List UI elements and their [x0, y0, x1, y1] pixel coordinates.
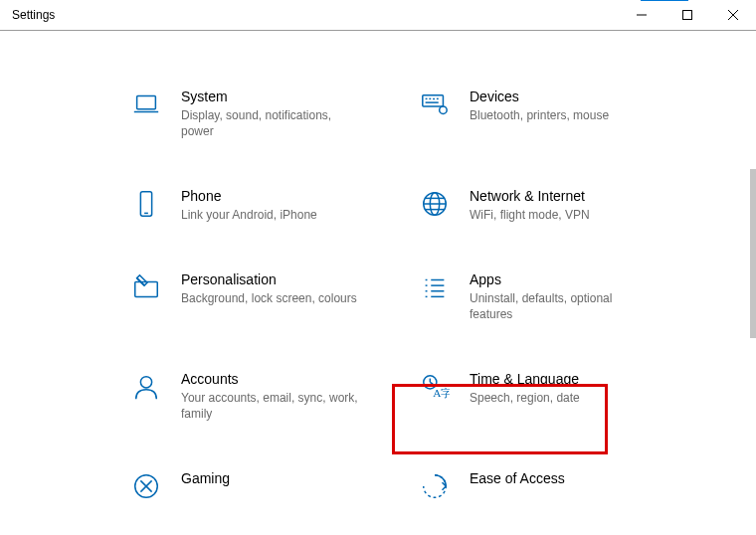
titlebar-accent — [641, 0, 688, 1]
minimize-button[interactable] — [619, 0, 664, 30]
tile-title: Phone — [181, 187, 317, 205]
tile-title: System — [181, 88, 360, 105]
close-button[interactable] — [710, 0, 756, 30]
tile-system[interactable]: System Display, sound, notifications, po… — [129, 84, 398, 143]
window-title: Settings — [0, 8, 619, 22]
tile-title: Accounts — [181, 370, 360, 388]
globe-icon — [418, 187, 452, 221]
scrollbar-thumb[interactable] — [750, 169, 756, 338]
tile-subtitle: Bluetooth, printers, mouse — [470, 107, 609, 123]
list-icon — [418, 270, 452, 304]
tile-title: Ease of Access — [470, 469, 565, 487]
tile-title: Gaming — [181, 469, 230, 487]
ease-of-access-icon — [418, 469, 452, 503]
tile-title: Network & Internet — [470, 187, 590, 205]
tile-subtitle: Speech, region, date — [470, 390, 580, 406]
svg-rect-1 — [683, 11, 692, 20]
tile-subtitle: Your accounts, email, sync, work, family — [181, 390, 360, 422]
settings-grid: System Display, sound, notifications, po… — [129, 84, 686, 507]
person-icon — [129, 370, 163, 404]
tile-subtitle: Uninstall, defaults, optional features — [470, 290, 649, 322]
paint-icon — [129, 270, 163, 304]
svg-line-32 — [430, 382, 433, 384]
svg-rect-6 — [423, 95, 444, 106]
tile-title: Devices — [470, 88, 609, 105]
svg-point-29 — [140, 377, 151, 388]
gaming-icon — [129, 469, 163, 503]
tile-subtitle: Display, sound, notifications, power — [181, 107, 360, 139]
laptop-icon — [129, 88, 163, 121]
svg-rect-13 — [140, 192, 151, 216]
tile-accounts[interactable]: Accounts Your accounts, email, sync, wor… — [129, 366, 398, 426]
titlebar: Settings — [0, 0, 756, 31]
keyboard-icon — [418, 88, 452, 121]
svg-rect-4 — [137, 96, 156, 109]
tile-devices[interactable]: Devices Bluetooth, printers, mouse — [418, 84, 686, 143]
tile-network[interactable]: Network & Internet WiFi, flight mode, VP… — [418, 183, 686, 227]
tile-subtitle: Link your Android, iPhone — [181, 207, 317, 223]
tile-title: Time & Language — [470, 370, 580, 388]
maximize-button[interactable] — [664, 0, 710, 30]
tile-phone[interactable]: Phone Link your Android, iPhone — [129, 183, 398, 227]
svg-text:A字: A字 — [433, 387, 450, 399]
tile-apps[interactable]: Apps Uninstall, defaults, optional featu… — [418, 267, 686, 326]
svg-point-12 — [440, 106, 448, 114]
tile-personalisation[interactable]: Personalisation Background, lock screen,… — [129, 267, 398, 326]
tile-time-language[interactable]: A字 Time & Language Speech, region, date — [418, 366, 686, 426]
tile-gaming[interactable]: Gaming — [129, 465, 398, 507]
tile-subtitle: Background, lock screen, colours — [181, 290, 357, 306]
tile-title: Apps — [470, 270, 649, 288]
time-language-icon: A字 — [418, 370, 452, 404]
phone-icon — [129, 187, 163, 221]
tile-title: Personalisation — [181, 270, 357, 288]
tile-ease-of-access[interactable]: Ease of Access — [418, 465, 686, 507]
tile-subtitle: WiFi, flight mode, VPN — [470, 207, 590, 223]
content: System Display, sound, notifications, po… — [0, 30, 756, 535]
